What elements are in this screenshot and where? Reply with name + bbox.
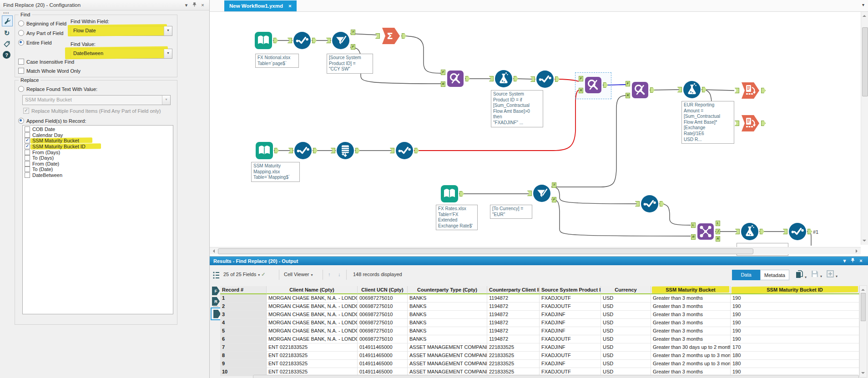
results-vscroll-thumb[interactable] [861, 293, 866, 321]
append-field-item[interactable]: ✓SSM Maturity Bucket [23, 138, 173, 144]
replace-group-label: Replace [19, 77, 40, 83]
tool-select-5[interactable] [641, 195, 659, 213]
add-icon[interactable]: ▾ [827, 270, 838, 278]
table-cell: 006987275010 [358, 302, 408, 311]
workflow-tab[interactable]: New Workflow1.yxmd × [224, 0, 297, 11]
tool-filter-to-currency[interactable]: TF [533, 184, 551, 202]
tool-input-ssm-mapping[interactable] [255, 141, 273, 160]
table-cell: 190 [731, 294, 859, 302]
canvas-vertical-scrollbar[interactable] [861, 12, 868, 245]
radio-append-fields[interactable]: Append Field(s) to Record: [18, 118, 86, 124]
tool-generate-rows[interactable] [336, 141, 354, 160]
replace-port: R [626, 93, 630, 98]
panel-menu-caret-icon[interactable]: ▾ [841, 257, 848, 264]
data-tab-button[interactable]: Data [732, 270, 760, 280]
tool-output-2[interactable] [740, 114, 760, 132]
layout-options-icon[interactable] [212, 271, 220, 280]
canvas-horizontal-scrollbar[interactable] [210, 247, 861, 254]
column-header[interactable]: Client Name (Cpty) [267, 286, 358, 294]
tool-find-replace-20-selected[interactable]: FR [584, 76, 602, 94]
append-field-item[interactable]: DateBetween [23, 172, 173, 178]
tool-select-4[interactable] [395, 141, 414, 160]
unchecked-checkbox[interactable] [25, 132, 30, 138]
append-field-item[interactable]: Calendar Day [23, 132, 173, 138]
find-connection-anchor[interactable]: F [212, 287, 220, 295]
canvas-hscroll-thumb[interactable] [218, 248, 753, 254]
output-data-icon [740, 114, 760, 132]
case-insensitive-checkbox[interactable]: Case Insensitive Find [18, 59, 74, 65]
results-vertical-scrollbar[interactable] [859, 285, 867, 378]
checked-checkbox[interactable]: ✓ [25, 144, 30, 149]
configuration-tab[interactable] [2, 15, 13, 26]
copy-icon[interactable]: ▾ [796, 270, 807, 279]
unchecked-checkbox[interactable] [25, 126, 30, 132]
save-icon[interactable]: ▾ [811, 270, 822, 278]
tool-formula-3[interactable] [741, 222, 759, 241]
tool-output-1[interactable] [740, 81, 760, 100]
close-panel-icon[interactable]: × [858, 257, 864, 264]
tool-find-replace-1[interactable]: FR [446, 70, 464, 88]
tool-formula-source-system[interactable] [495, 70, 513, 88]
tool-input-fx-rates[interactable] [440, 185, 459, 203]
replace-connection-anchor[interactable]: R [212, 297, 220, 306]
arrow-up-icon[interactable]: ↑ [328, 272, 331, 277]
column-header[interactable]: Counterparty Type (Cpty) [408, 286, 487, 294]
find-group-label: Find [19, 12, 32, 17]
table-cell: 006987275010 [358, 327, 408, 335]
find-within-field-label: Find Within Field: [71, 19, 109, 24]
fields-summary-dropdown[interactable]: 25 of 25 Fields▾ ✓ [223, 272, 265, 277]
radio-replace-found-text[interactable]: Replace Found Text With Value: [18, 86, 97, 92]
workflow-canvas[interactable]: TF FR FR FR TF LRLJR #1 FX Notional.xlsx… [210, 12, 868, 256]
radio-any-part-of-field[interactable]: Any Part of Field [18, 30, 63, 36]
annotation-tag-icon[interactable] [3, 40, 11, 48]
canvas-vscroll-thumb[interactable] [862, 27, 868, 96]
cell-viewer-dropdown[interactable]: Cell Viewer▾ [284, 272, 313, 277]
append-field-item[interactable]: From (Days) [23, 149, 173, 155]
radio-entire-field[interactable]: Entire Field [18, 40, 52, 45]
performance-icon[interactable]: ↻ [3, 29, 11, 37]
tool-join[interactable]: LRLJR [696, 222, 715, 241]
metadata-tab-button[interactable]: Metadata [760, 270, 789, 280]
tool-input-fx-notional[interactable] [254, 31, 273, 50]
append-field-item[interactable]: ✓SSM Maturity Bucket ID [23, 144, 173, 150]
panel-menu-caret-icon[interactable]: ▾ [183, 2, 190, 9]
close-tab-icon[interactable]: × [288, 3, 292, 9]
column-header[interactable]: Record # [220, 286, 267, 294]
append-field-item[interactable]: From (Date) [23, 161, 173, 167]
append-field-item[interactable]: To (Date) [23, 166, 173, 172]
column-header[interactable]: Source System Product ID [540, 286, 601, 294]
column-header[interactable]: Currency [601, 286, 651, 294]
close-panel-icon[interactable]: × [199, 2, 206, 9]
unchecked-checkbox[interactable] [25, 150, 30, 155]
column-header[interactable]: Counterparty Client ID [487, 286, 540, 294]
tool-filter-ccy-sw[interactable]: TF [332, 31, 350, 50]
tool-select-6[interactable] [788, 222, 807, 241]
append-field-item[interactable]: COB Date [23, 126, 173, 132]
table-cell: ASSET MANAGEMENT COMPANIES [408, 360, 487, 368]
help-icon[interactable]: ? [3, 51, 10, 59]
arrow-down-icon[interactable]: ↓ [338, 272, 341, 277]
tab-list-caret-icon[interactable]: ▾ [862, 2, 864, 7]
tool-select-1[interactable] [293, 31, 311, 50]
tool-formula-eur-reporting[interactable] [683, 81, 701, 99]
radio-beginning-of-field[interactable]: Beginning of Field [18, 20, 66, 26]
pin-icon[interactable] [191, 2, 198, 9]
tool-summarize[interactable] [381, 27, 401, 45]
unchecked-checkbox[interactable] [25, 155, 30, 161]
tool-select-3[interactable] [294, 141, 312, 160]
results-horizontal-scrollbar[interactable] [253, 375, 859, 378]
unchecked-checkbox[interactable] [25, 161, 30, 166]
match-whole-word-checkbox[interactable]: Match Whole Word Only [18, 68, 81, 74]
tool-select-2[interactable] [536, 70, 554, 88]
checked-checkbox[interactable]: ✓ [25, 138, 30, 143]
table-cell: MORGAN CHASE BANK, N.A. - LONDON BR... [267, 311, 358, 319]
pin-icon[interactable] [849, 257, 856, 264]
column-header[interactable]: SSM Maturity Bucket [651, 286, 731, 294]
append-field-item[interactable]: To (Days) [23, 155, 173, 161]
unchecked-checkbox[interactable] [25, 166, 30, 172]
column-header[interactable]: SSM Maturity Bucket ID [731, 286, 859, 294]
append-fields-list[interactable]: COB DateCalendar Day✓SSM Maturity Bucket… [22, 125, 173, 314]
column-header[interactable]: Client UCN (Cpty) [358, 286, 408, 294]
tool-find-replace-3[interactable]: FR [631, 81, 649, 99]
unchecked-checkbox[interactable] [25, 172, 30, 178]
